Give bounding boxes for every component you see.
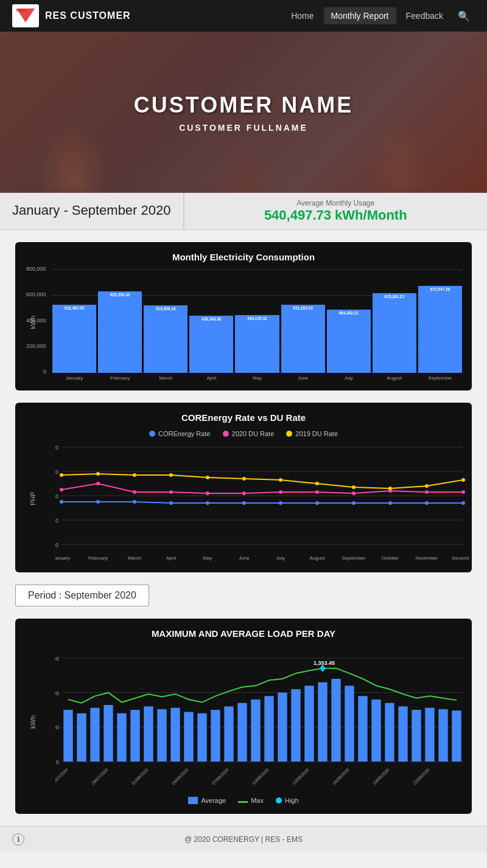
svg-rect-97 <box>425 708 434 762</box>
svg-text:January: January <box>55 555 70 561</box>
svg-rect-91 <box>345 686 354 762</box>
bar-fill: 531,253.03 <box>281 305 325 373</box>
brand-name: RES CUSTOMER <box>45 10 131 21</box>
svg-point-41 <box>169 490 173 494</box>
svg-point-26 <box>60 500 63 504</box>
svg-rect-95 <box>398 706 407 762</box>
svg-point-45 <box>315 490 319 494</box>
navbar: VIVANT RES CUSTOMER Home Monthly Report … <box>0 0 487 32</box>
bar-fill: 629,392.42 <box>98 291 142 373</box>
nav-menu: Home Monthly Report Feedback 🔍 <box>284 7 475 26</box>
svg-text:0.00: 0.00 <box>55 542 58 548</box>
search-icon[interactable]: 🔍 <box>453 7 475 26</box>
line-y-label: PHP <box>29 491 37 505</box>
svg-rect-89 <box>318 682 327 762</box>
legend-max-icon <box>238 801 248 803</box>
legend-high-label: High <box>285 797 299 804</box>
line-chart-title: COREnergy Rate vs DU Rate <box>25 412 462 423</box>
svg-text:April: April <box>166 555 176 561</box>
nav-home[interactable]: Home <box>284 7 321 24</box>
nav-feedback[interactable]: Feedback <box>399 7 450 24</box>
avg-usage-value: 540,497.73 kWh/Month <box>197 207 475 223</box>
svg-text:29/07/2020: 29/07/2020 <box>91 768 109 786</box>
svg-rect-73 <box>103 705 113 762</box>
bar-value: 519,508.16 <box>156 307 176 311</box>
bar-x-label: January <box>52 375 96 381</box>
svg-point-36 <box>425 501 429 505</box>
svg-text:March: March <box>128 555 141 561</box>
svg-text:500: 500 <box>55 724 59 731</box>
svg-rect-83 <box>237 703 247 762</box>
bar-value: 531,253.03 <box>293 306 313 310</box>
svg-point-60 <box>425 484 429 488</box>
bar-item: 672,647.29 <box>418 269 462 373</box>
svg-rect-92 <box>358 696 367 762</box>
svg-point-57 <box>315 482 319 485</box>
period-bar: January - September 2020 Average Monthly… <box>0 193 487 230</box>
svg-point-56 <box>279 478 282 482</box>
svg-point-58 <box>352 485 356 489</box>
svg-rect-81 <box>211 710 220 762</box>
hero-section: CUSTOMER NAME CUSTOMER FULLNAME <box>0 32 487 193</box>
legend-high: High <box>276 797 299 804</box>
bar-item: 629,392.42 <box>98 269 142 373</box>
legend-du2020-label: 2020 DU Rate <box>232 430 275 437</box>
bar-x-label: June <box>281 375 325 381</box>
svg-text:December: December <box>452 555 469 561</box>
svg-point-28 <box>133 500 136 504</box>
svg-rect-76 <box>144 706 153 762</box>
bar-value: 444,135.32 <box>247 316 267 321</box>
svg-point-39 <box>96 482 100 485</box>
svg-point-53 <box>169 473 173 477</box>
bar-value: 484,452.21 <box>338 311 359 315</box>
svg-rect-93 <box>371 700 380 762</box>
bar-x-label: May <box>235 375 279 381</box>
legend-avg-icon <box>188 797 198 804</box>
svg-point-59 <box>388 487 392 490</box>
bar-x-label: August <box>373 375 416 381</box>
period-range: January - September 2020 <box>0 193 184 229</box>
bar-value: 629,392.42 <box>110 293 130 297</box>
brand-logo: VIVANT <box>12 4 39 27</box>
period-box: Period : September 2020 <box>15 585 149 606</box>
svg-rect-84 <box>251 700 260 762</box>
bar-item: 444,135.32 <box>235 269 279 373</box>
bar-x-label: April <box>189 375 233 381</box>
load-chart-title: MAXIMUM AND AVERAGE LOAD PER DAY <box>25 628 462 639</box>
svg-point-32 <box>279 501 282 505</box>
line-chart-body: PHP 0.002.004.006.008.00JanuaryFebruaryM… <box>25 441 462 563</box>
svg-text:8.00: 8.00 <box>55 445 58 451</box>
load-chart-body: kWh 05001,0002,0001,353.4526/07/202029/0… <box>25 646 462 804</box>
bar-value: 672,647.29 <box>430 287 450 291</box>
svg-text:June: June <box>239 555 250 561</box>
legend-high-icon <box>276 797 282 804</box>
svg-rect-71 <box>77 713 86 762</box>
bar-fill: 436,340.80 <box>189 316 233 373</box>
svg-rect-98 <box>438 709 447 762</box>
svg-point-46 <box>352 491 356 495</box>
bar-item: 436,340.80 <box>189 269 233 373</box>
period-section: Period : September 2020 <box>15 585 472 606</box>
legend-avg: Average <box>188 797 226 804</box>
svg-point-38 <box>60 488 63 491</box>
svg-point-33 <box>315 501 319 505</box>
svg-rect-74 <box>117 713 126 762</box>
svg-point-30 <box>206 501 209 505</box>
legend-max-label: Max <box>251 797 264 804</box>
svg-point-43 <box>242 491 246 495</box>
bar-fill: 484,452.21 <box>327 310 371 373</box>
svg-text:July: July <box>276 555 285 561</box>
svg-text:October: October <box>382 555 399 561</box>
svg-point-42 <box>206 491 209 495</box>
load-chart-legend: Average Max High <box>25 797 462 804</box>
nav-monthly-report[interactable]: Monthly Report <box>324 7 396 24</box>
svg-point-44 <box>279 490 282 494</box>
load-y-label: kWh <box>29 715 37 729</box>
svg-rect-87 <box>291 689 300 762</box>
svg-rect-85 <box>264 696 273 762</box>
footer-text: @ 2020 CORENERGY | RES - EMS <box>184 835 303 844</box>
bar-item: 615,281.23 <box>373 269 416 373</box>
line-chart-section: COREnergy Rate vs DU Rate COREnergy Rate… <box>15 403 472 572</box>
svg-point-61 <box>461 478 465 482</box>
legend-du2019-dot <box>286 431 292 437</box>
